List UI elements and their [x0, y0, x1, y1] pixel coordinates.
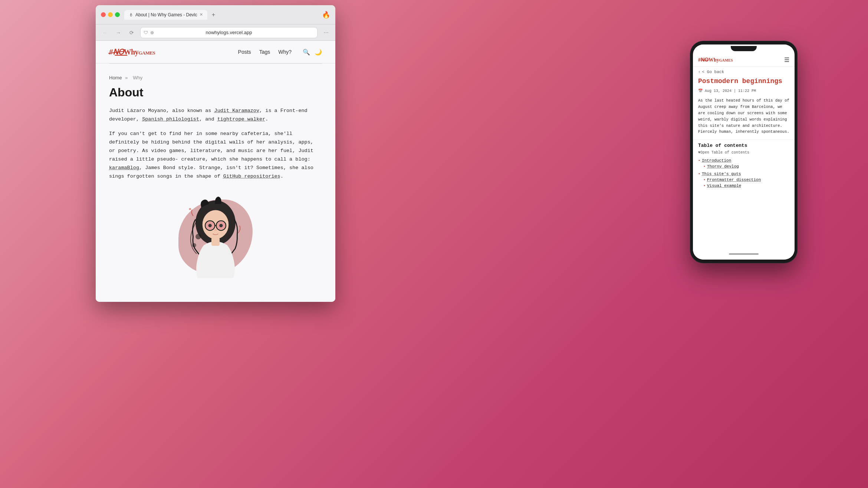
- home-bar: [729, 253, 759, 255]
- address-bar[interactable]: 🛡 ⊕ nowhylogs.vercel.app: [140, 27, 318, 38]
- logo-why: Why: [124, 48, 139, 56]
- about-paragraph-1: Judit Lázaro Moyano, also known as Judit…: [109, 107, 322, 124]
- svg-rect-10: [211, 237, 220, 245]
- zoom-icon: ⊕: [150, 30, 154, 35]
- phone-logo-games: GAMES: [719, 58, 733, 62]
- svg-point-13: [189, 208, 191, 210]
- phone-container: #N̶O̶WhyGAMES ☰ ‹ < Go back Postmodern b…: [690, 41, 798, 263]
- phone-body: #N̶O̶WhyGAMES ☰ ‹ < Go back Postmodern b…: [690, 41, 798, 263]
- article-body-text: As the last heated hours of this day of …: [698, 98, 789, 134]
- toc-bullet-2: •: [698, 172, 700, 176]
- back-label-text: < Go back: [702, 70, 724, 74]
- phone-logo-why: Why: [708, 57, 719, 63]
- nav-why[interactable]: Why?: [278, 49, 292, 55]
- breadcrumb: Home » Why: [109, 75, 322, 80]
- phone-back-link[interactable]: ‹ < Go back: [693, 67, 795, 76]
- svg-point-7: [214, 228, 217, 231]
- site-logo[interactable]: #N͟O͟WhyGAMES: [109, 47, 155, 56]
- tightrope-link[interactable]: tightrope walker: [217, 116, 266, 122]
- back-button[interactable]: ←: [100, 28, 110, 37]
- person-svg: [167, 188, 264, 285]
- phone-notch: [731, 46, 757, 51]
- toc-introduction-link[interactable]: Introduction: [702, 158, 731, 163]
- judit-karamazov-link[interactable]: Judit Karamazov: [214, 108, 260, 113]
- breadcrumb-home[interactable]: Home: [109, 75, 122, 80]
- svg-point-12: [192, 243, 196, 247]
- toc-sub-frontmatter[interactable]: • Frontmatter dissection: [703, 177, 789, 183]
- phone-menu-icon[interactable]: ☰: [784, 56, 789, 63]
- tab-close-button[interactable]: ✕: [200, 12, 203, 17]
- search-icon[interactable]: 🔍: [303, 49, 310, 56]
- toc-sub-bullet-2: •: [703, 178, 706, 182]
- browser-content: #N͟O͟WhyGAMES Posts Tags Why? 🔍 🌙 Home »…: [96, 41, 335, 302]
- toc-title: Table of contents: [698, 143, 789, 148]
- maximize-button[interactable]: [115, 12, 120, 17]
- karama-blog-link[interactable]: karamaBlog: [109, 165, 139, 171]
- toc-frontmatter-link[interactable]: Frontmatter dissection: [707, 178, 761, 182]
- site-main: Home » Why About Judit Lázaro Moyano, al…: [96, 64, 335, 296]
- toc-sub-bullet-1: •: [703, 165, 706, 169]
- site-nav: Posts Tags Why? 🔍 🌙: [238, 49, 322, 56]
- forward-button[interactable]: →: [114, 28, 123, 37]
- new-tab-button[interactable]: +: [210, 11, 218, 19]
- phone-logo-text: #N̶O̶: [698, 57, 708, 63]
- phone-toc-section: Table of contents ▼Open Table of content…: [693, 139, 795, 192]
- phone-header: #N̶O̶WhyGAMES ☰: [693, 53, 795, 67]
- toc-sub-thorny[interactable]: • Thorny devlog: [703, 164, 789, 169]
- theme-toggle-icon[interactable]: 🌙: [315, 49, 322, 56]
- toc-item-guts[interactable]: • This site's guts: [698, 171, 789, 177]
- portrait-illustration: [167, 188, 264, 285]
- traffic-lights: [101, 12, 120, 17]
- url-text: nowhylogs.vercel.app: [206, 30, 252, 35]
- browser-window: 🕯 About | No Why Games - Devlc ✕ + 🔥 ← →…: [96, 5, 335, 302]
- illustration-container: [109, 188, 322, 285]
- nav-icons: 🔍 🌙: [303, 49, 322, 56]
- toc-toggle-text: ▼Open Table of contents: [698, 151, 749, 155]
- security-icon: 🛡: [144, 30, 148, 35]
- phone-home-indicator: [693, 248, 795, 260]
- toc-sub-visual[interactable]: • Visual example: [703, 183, 789, 189]
- tab-bar: 🕯 About | No Why Games - Devlc ✕ +: [124, 10, 319, 20]
- philologist-link[interactable]: Spanish philologist: [142, 116, 199, 122]
- phone-article-title: Postmodern beginnings: [693, 76, 795, 88]
- svg-point-8: [208, 224, 212, 227]
- chevron-left-icon: ‹: [698, 70, 701, 74]
- toc-thorny-link[interactable]: Thorny devlog: [707, 164, 739, 169]
- phone-status-bar: [693, 44, 795, 53]
- toc-bullet-1: •: [698, 159, 700, 163]
- nav-posts[interactable]: Posts: [238, 49, 251, 55]
- toc-item-introduction[interactable]: • Introduction: [698, 158, 789, 164]
- phone-screen: #N̶O̶WhyGAMES ☰ ‹ < Go back Postmodern b…: [693, 44, 795, 260]
- active-tab[interactable]: 🕯 About | No Why Games - Devlc ✕: [124, 10, 207, 20]
- close-button[interactable]: [101, 12, 106, 17]
- toc-guts-link[interactable]: This site's guts: [702, 172, 741, 176]
- toc-visual-link[interactable]: Visual example: [707, 184, 741, 188]
- github-repos-link[interactable]: GitHub repositories: [223, 174, 280, 179]
- svg-point-9: [219, 224, 223, 227]
- reload-button[interactable]: ⟳: [127, 28, 137, 37]
- browser-toolbar: ← → ⟳ 🛡 ⊕ nowhylogs.vercel.app ···: [96, 24, 335, 41]
- breadcrumb-separator: »: [125, 75, 128, 80]
- calendar-icon: 📅: [698, 89, 703, 93]
- browser-menu-button[interactable]: ···: [321, 28, 331, 37]
- toc-toggle[interactable]: ▼Open Table of contents: [698, 151, 789, 155]
- browser-titlebar: 🕯 About | No Why Games - Devlc ✕ + 🔥: [96, 5, 335, 24]
- article-date-text: Aug 13, 2024 | 11:22 PM: [705, 89, 756, 93]
- address-bar-icons: 🛡 ⊕: [144, 30, 154, 35]
- site-header: #N͟O͟WhyGAMES Posts Tags Why? 🔍 🌙: [96, 41, 335, 63]
- phone-logo[interactable]: #N̶O̶WhyGAMES: [698, 57, 733, 63]
- nav-tags[interactable]: Tags: [259, 49, 270, 55]
- flame-icon: 🔥: [322, 11, 330, 19]
- toc-sub-bullet-3: •: [703, 184, 706, 188]
- phone-content: #N̶O̶WhyGAMES ☰ ‹ < Go back Postmodern b…: [693, 53, 795, 248]
- phone-article-body: As the last heated hours of this day of …: [693, 96, 795, 139]
- about-paragraph-2: If you can't get to find her in some nea…: [109, 130, 322, 181]
- logo-no: #N͟O͟: [109, 47, 124, 56]
- breadcrumb-current: Why: [133, 75, 142, 80]
- tab-favicon-icon: 🕯: [129, 12, 133, 17]
- logo-games: GAMES: [138, 50, 155, 56]
- page-title: About: [109, 86, 322, 99]
- svg-point-11: [195, 234, 201, 239]
- article-title-text: Postmodern beginnings: [698, 78, 782, 85]
- minimize-button[interactable]: [108, 12, 113, 17]
